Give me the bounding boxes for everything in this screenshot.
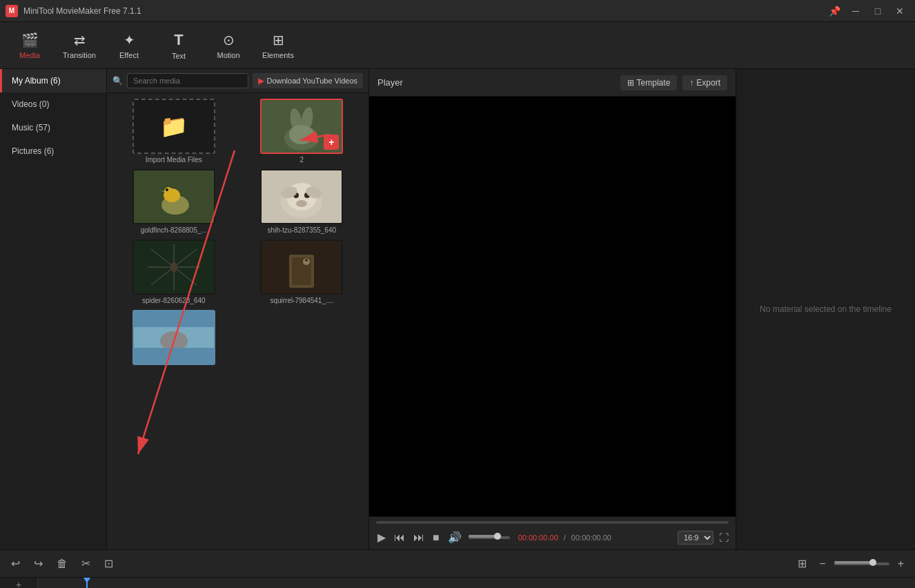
maximize-button[interactable]: □ <box>868 4 887 18</box>
main-area: My Album (6) Videos (0) Music (57) Pictu… <box>0 69 915 549</box>
elements-icon: ⊞ <box>273 32 284 48</box>
prev-frame-button[interactable]: ⏮ <box>393 530 406 545</box>
media-grid: 📁 Import Media Files + 2 <box>107 93 368 549</box>
media-thumb-2[interactable]: + <box>260 99 343 154</box>
template-label: Template <box>637 78 671 88</box>
player-screen <box>369 97 736 516</box>
time-current: 00:00:00.00 <box>518 533 558 542</box>
time-separator: / <box>564 533 566 542</box>
youtube-icon: ▶ <box>258 76 264 86</box>
stop-button[interactable]: ■ <box>431 530 441 545</box>
svg-point-4 <box>289 125 314 144</box>
effect-icon: ✦ <box>124 32 135 48</box>
toolbar: 🎬 Media ⇄ Transition ✦ Effect T Text ⊙ M… <box>0 22 915 69</box>
import-media-item[interactable]: 📁 Import Media Files <box>112 99 235 164</box>
media-label-spider: spider-8260623_640 <box>142 297 206 304</box>
goldfinch-image <box>134 170 214 223</box>
zoom-fit-button[interactable]: ⊞ <box>794 554 811 573</box>
svg-point-9 <box>166 188 168 191</box>
timeline-tracks: ⬇ ⇄ ⇄ ⇄ ⇄ ⇄ <box>38 578 915 588</box>
toolbar-elements[interactable]: ⊞ Elements <box>254 25 302 66</box>
play-button[interactable]: ▶ <box>376 529 387 545</box>
fullscreen-button[interactable]: ⛶ <box>719 532 729 543</box>
sidebar-item-music[interactable]: Music (57) <box>0 116 106 139</box>
timeline-side: + 🎞 ♪ <box>0 578 38 588</box>
folder-icon: 📁 <box>160 113 188 139</box>
media-panel: 🔍 ▶ Download YouTube Videos 📁 Import Med… <box>107 69 369 549</box>
next-frame-button[interactable]: ⏭ <box>412 530 426 545</box>
export-label: Export <box>696 78 720 88</box>
bird2-image <box>134 327 214 348</box>
export-button[interactable]: ↑ Export <box>682 75 727 90</box>
aspect-ratio-select[interactable]: 16:9 9:16 1:1 4:3 <box>678 531 714 545</box>
add-track-button[interactable]: + <box>0 578 37 588</box>
media-thumb-bird2[interactable] <box>132 310 215 365</box>
cut-button[interactable]: ✂ <box>77 554 95 573</box>
app-title: MiniTool MovieMaker Free 7.1.1 <box>23 6 823 16</box>
media-thumb-squirrel[interactable] <box>260 239 343 295</box>
redo-button[interactable]: ↪ <box>30 554 47 573</box>
media-thumb-goldfinch[interactable] <box>132 169 215 224</box>
window-controls: ─ □ ✕ <box>846 4 909 18</box>
transition-icon: ⇄ <box>74 32 86 48</box>
media-item-bird2[interactable] <box>112 310 235 367</box>
svg-point-16 <box>296 200 307 207</box>
spider-image <box>134 241 214 293</box>
sidebar-item-my-album[interactable]: My Album (6) <box>0 69 106 92</box>
media-search-bar: 🔍 ▶ Download YouTube Videos <box>107 69 368 93</box>
media-item-spider[interactable]: spider-8260623_640 <box>112 239 235 304</box>
timeline-toolbar: ↩ ↪ 🗑 ✂ ⊡ ⊞ − + <box>0 550 915 578</box>
crop-button[interactable]: ⊡ <box>100 554 117 573</box>
playhead-head <box>83 578 90 583</box>
search-icon: 🔍 <box>112 76 123 86</box>
timeline-area: ↩ ↪ 🗑 ✂ ⊡ ⊞ − + + 🎞 ♪ <box>0 549 915 588</box>
motion-icon: ⊙ <box>223 32 235 48</box>
template-button[interactable]: ⊞ Template <box>620 75 678 90</box>
no-material-text: No material selected on the timeline <box>760 304 892 314</box>
delete-button[interactable]: 🗑 <box>52 555 72 573</box>
minimize-button[interactable]: ─ <box>846 4 865 18</box>
media-item-squirrel[interactable]: squirrel-7984541_.... <box>241 239 364 304</box>
media-icon: 🎬 <box>21 32 39 48</box>
media-label-2: 2 <box>299 156 304 164</box>
zoom-out-button[interactable]: − <box>815 555 829 573</box>
media-item-2[interactable]: + 2 <box>241 99 364 164</box>
media-label-squirrel: squirrel-7984541_.... <box>270 297 333 304</box>
search-input[interactable] <box>127 73 248 88</box>
toolbar-media[interactable]: 🎬 Media <box>6 25 54 66</box>
export-icon: ↑ <box>689 78 693 88</box>
youtube-download-button[interactable]: ▶ Download YouTube Videos <box>253 73 364 88</box>
toolbar-motion[interactable]: ⊙ Motion <box>204 25 253 66</box>
volume-slider[interactable] <box>469 536 510 539</box>
zoom-control: ⊞ − + <box>794 554 908 573</box>
toolbar-text[interactable]: T Text <box>155 25 203 66</box>
text-icon: T <box>174 31 183 49</box>
toolbar-effect[interactable]: ✦ Effect <box>105 25 153 66</box>
add-to-timeline-button-2[interactable]: + <box>324 135 339 150</box>
toolbar-transition[interactable]: ⇄ Transition <box>55 25 104 66</box>
template-icon: ⊞ <box>627 78 634 88</box>
sidebar: My Album (6) Videos (0) Music (57) Pictu… <box>0 69 107 549</box>
zoom-slider[interactable] <box>834 562 889 565</box>
media-label-shih-tzu: shih-tzu-8287355_640 <box>267 226 336 234</box>
time-total: 00:00:00.00 <box>571 533 611 542</box>
import-label: Import Media Files <box>146 156 202 164</box>
media-thumb-spider[interactable] <box>132 239 215 295</box>
zoom-in-button[interactable]: + <box>894 555 908 573</box>
playhead[interactable] <box>86 578 88 588</box>
player-controls: ▶ ⏮ ⏭ ■ 🔊 00:00:00.00 / 00:00:00.00 16:9… <box>369 516 736 549</box>
pin-icon: 📌 <box>829 6 840 17</box>
sidebar-item-pictures[interactable]: Pictures (6) <box>0 139 106 163</box>
media-item-shih-tzu[interactable]: shih-tzu-8287355_640 <box>241 169 364 234</box>
shih-tzu-image <box>262 170 342 223</box>
progress-bar[interactable] <box>376 521 729 524</box>
close-button[interactable]: ✕ <box>890 4 909 18</box>
sidebar-item-videos[interactable]: Videos (0) <box>0 92 106 116</box>
media-item-goldfinch[interactable]: goldfinch-8268805_... <box>112 169 235 234</box>
svg-point-24 <box>170 262 177 272</box>
media-thumb-shih-tzu[interactable] <box>260 169 343 224</box>
import-thumb[interactable]: 📁 <box>132 99 215 154</box>
volume-button[interactable]: 🔊 <box>446 529 463 545</box>
timeline-ruler <box>38 578 915 588</box>
undo-button[interactable]: ↩ <box>7 554 24 573</box>
